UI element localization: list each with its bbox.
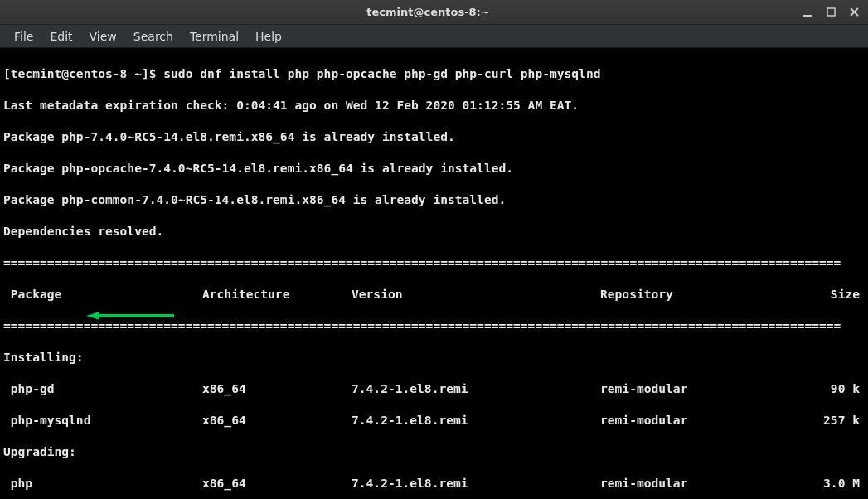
prompt: [tecmint@centos-8 ~]$ — [3, 66, 163, 80]
menu-search[interactable]: Search — [126, 27, 181, 46]
table-row: phpx86_647.4.2-1.el8.remiremi-modular3.0… — [3, 475, 865, 491]
section-installing: Installing: — [3, 349, 865, 365]
terminal-content[interactable]: [tecmint@centos-8 ~]$ sudo dnf install p… — [0, 48, 868, 499]
close-button[interactable] — [848, 7, 860, 18]
col-architecture: Architecture — [202, 286, 352, 302]
terminal-window: tecmint@centos-8:~ File Edit View Search… — [0, 0, 868, 499]
window-controls — [802, 7, 863, 18]
menu-file[interactable]: File — [7, 27, 41, 46]
cell-pkg: php — [3, 475, 202, 491]
prompt-line: [tecmint@centos-8 ~]$ sudo dnf install p… — [3, 65, 865, 81]
col-repository: Repository — [600, 286, 791, 302]
divider: ========================================… — [3, 254, 865, 270]
minimize-icon — [803, 7, 812, 17]
close-icon — [850, 7, 859, 17]
cell-ver: 7.4.2-1.el8.remi — [352, 412, 600, 428]
menu-terminal[interactable]: Terminal — [182, 27, 246, 46]
menu-view[interactable]: View — [82, 27, 124, 46]
cell-size: 3.0 M — [791, 475, 865, 491]
titlebar: tecmint@centos-8:~ — [0, 0, 868, 25]
maximize-icon — [827, 7, 836, 17]
cell-size: 257 k — [791, 412, 865, 428]
minimize-button[interactable] — [802, 7, 813, 18]
cell-ver: 7.4.2-1.el8.remi — [352, 380, 600, 396]
col-version: Version — [352, 286, 600, 302]
cell-ver: 7.4.2-1.el8.remi — [352, 475, 600, 491]
output-line: Dependencies resolved. — [3, 223, 865, 239]
menu-edit[interactable]: Edit — [42, 27, 80, 46]
output-line: Package php-common-7.4.0~RC5-14.el8.remi… — [3, 191, 865, 207]
command: sudo dnf install php php-opcache php-gd … — [163, 66, 600, 80]
svg-rect-1 — [827, 8, 835, 16]
divider: ========================================… — [3, 317, 865, 333]
maximize-button[interactable] — [825, 7, 836, 18]
col-size: Size — [791, 286, 865, 302]
menubar: File Edit View Search Terminal Help — [0, 25, 868, 48]
window-title: tecmint@centos-8:~ — [55, 6, 802, 18]
cell-repo: remi-modular — [600, 412, 791, 428]
table-row: php-gdx86_647.4.2-1.el8.remiremi-modular… — [3, 380, 865, 396]
cell-size: 90 k — [791, 380, 865, 396]
section-upgrading: Upgrading: — [3, 443, 865, 459]
cell-arch: x86_64 — [202, 412, 352, 428]
cell-repo: remi-modular — [600, 380, 791, 396]
table-row: php-mysqlndx86_647.4.2-1.el8.remiremi-mo… — [3, 412, 865, 428]
output-line: Package php-7.4.0~RC5-14.el8.remi.x86_64… — [3, 128, 865, 144]
cell-repo: remi-modular — [600, 475, 791, 491]
col-package: Package — [3, 286, 202, 302]
output-line: Package php-opcache-7.4.0~RC5-14.el8.rem… — [3, 160, 865, 176]
cell-arch: x86_64 — [202, 475, 352, 491]
cell-pkg: php-gd — [3, 380, 202, 396]
cell-pkg: php-mysqlnd — [3, 412, 202, 428]
output-line: Last metadata expiration check: 0:04:41 … — [3, 97, 865, 113]
svg-rect-0 — [803, 15, 812, 17]
menu-help[interactable]: Help — [248, 27, 289, 46]
table-header: PackageArchitectureVersionRepositorySize — [3, 286, 865, 302]
cell-arch: x86_64 — [202, 380, 352, 396]
